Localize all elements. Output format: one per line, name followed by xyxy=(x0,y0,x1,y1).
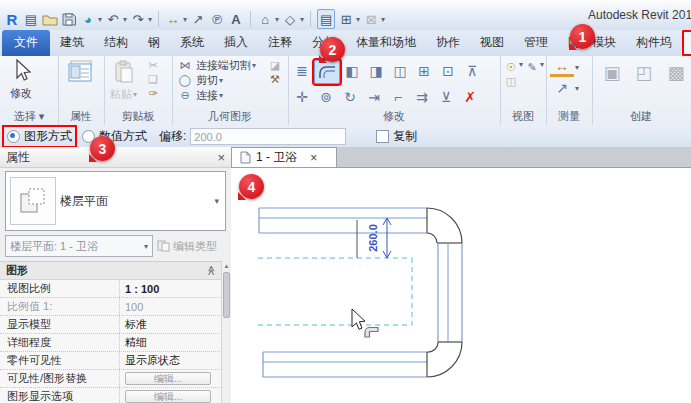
trim-corner-icon[interactable]: ⌐ xyxy=(386,86,410,108)
cut-geometry-button[interactable]: ◯ 剪切 ▾ xyxy=(176,73,256,88)
instance-combo[interactable]: 楼层平面: 1 - 卫浴 ▾ xyxy=(5,235,153,257)
cope-button[interactable]: ⋈ 连接端切割 ▾ xyxy=(176,58,256,73)
linework-icon[interactable]: ✎ xyxy=(523,60,541,74)
type-selector[interactable]: 楼层平面 ▾ xyxy=(5,171,226,231)
section-graphics[interactable]: 图形 ≪ xyxy=(0,262,222,280)
properties-close-icon[interactable]: × xyxy=(217,151,225,164)
visibility-graphics-edit-button[interactable]: 编辑... xyxy=(125,372,211,385)
measure-dropdown-icon[interactable]: ▾ xyxy=(575,63,579,72)
dimension-value[interactable]: 260.0 xyxy=(367,224,379,252)
tab-manage[interactable]: 管理 xyxy=(514,30,558,56)
offset-icon[interactable] xyxy=(314,60,340,84)
property-value[interactable]: 标准 xyxy=(119,316,222,333)
move-icon[interactable]: ✛ xyxy=(290,86,314,108)
paste-button[interactable]: 粘贴 ▾ xyxy=(110,60,137,102)
property-row[interactable]: 比例值 1: 100 xyxy=(0,298,222,316)
customize-qat-icon[interactable]: ▾ xyxy=(381,15,385,24)
cut-icon[interactable]: ✂ xyxy=(144,58,162,72)
graphic-mode-radio[interactable]: 图形方式 xyxy=(3,126,76,147)
numeric-mode-radio[interactable]: 数值方式 xyxy=(78,126,151,147)
project-icon[interactable]: ▤ xyxy=(23,10,39,28)
tab-steel[interactable]: 钢 xyxy=(138,30,170,56)
properties-toggle-button[interactable] xyxy=(68,60,94,85)
switch-windows-icon[interactable]: ⊞ xyxy=(338,10,354,28)
wall-corner-bottom-right[interactable] xyxy=(427,342,462,377)
wall-corner-top-right[interactable] xyxy=(427,208,462,243)
pin-icon[interactable]: ⊼ xyxy=(460,60,484,82)
tab-modify[interactable]: 修改 xyxy=(682,30,691,56)
thin-lines-icon[interactable]: ▤ xyxy=(317,9,335,29)
tab-massing-site[interactable]: 体量和场地 xyxy=(346,30,426,56)
tag-icon[interactable]: ℗ xyxy=(209,10,225,28)
text-icon[interactable]: A xyxy=(228,10,244,28)
linework-dropdown-icon[interactable]: ▾ xyxy=(540,60,544,74)
instance-combo-dropdown-icon[interactable]: ▾ xyxy=(144,242,148,251)
tab-insert[interactable]: 插入 xyxy=(214,30,258,56)
measure-between-dropdown-icon[interactable]: ▾ xyxy=(575,84,579,93)
trim-extend-icon[interactable]: ⇥ xyxy=(362,86,386,108)
property-row[interactable]: 视图比例 1 : 100 xyxy=(0,280,222,298)
tab-file[interactable]: 文件 xyxy=(2,30,50,56)
view-tab-close-icon[interactable]: × xyxy=(310,151,317,165)
join-geometry-button[interactable]: ⊖ 连接 ▾ xyxy=(176,88,256,103)
create-assembly-icon[interactable]: ▩ xyxy=(664,62,688,84)
default-3d-view-icon[interactable]: ⌂ xyxy=(257,10,273,28)
copy-checkbox-group[interactable]: 复制 xyxy=(372,126,421,147)
tab-annotate[interactable]: 注释 xyxy=(258,30,302,56)
scrollbar-thumb[interactable] xyxy=(223,272,230,318)
graphic-display-options-edit-button[interactable]: 编辑... xyxy=(125,390,211,403)
tab-collaborate[interactable]: 协作 xyxy=(426,30,470,56)
property-value[interactable]: 精细 xyxy=(119,334,222,351)
switch-windows-dropdown-icon[interactable]: ▾ xyxy=(356,15,360,24)
redo-icon[interactable]: ↷ xyxy=(130,10,146,28)
undo-dropdown-icon[interactable]: ▾ xyxy=(123,15,127,24)
redo-dropdown-icon[interactable]: ▾ xyxy=(148,15,152,24)
unpin-icon[interactable]: ⊻ xyxy=(434,86,458,108)
section-icon[interactable]: ◇ xyxy=(282,10,298,28)
wall-right[interactable] xyxy=(438,243,462,342)
3d-dropdown-icon[interactable]: ▾ xyxy=(275,15,279,24)
offset-value-input[interactable] xyxy=(190,128,346,145)
sync-icon[interactable]: ◕ xyxy=(80,10,96,28)
copy-to-clipboard-icon[interactable]: ❏ xyxy=(144,72,162,86)
section-collapse-icon[interactable]: ≪ xyxy=(205,265,216,275)
create-similar-icon[interactable]: ◰ xyxy=(632,62,656,84)
property-row[interactable]: 详细程度 精细 xyxy=(0,334,222,352)
align-icon[interactable]: ≣ xyxy=(290,60,314,82)
modify-select-button[interactable]: 修改 xyxy=(10,59,32,101)
split-face-icon[interactable]: ◪ xyxy=(266,58,284,72)
measure-ruler-icon[interactable]: ↔ xyxy=(550,58,574,77)
tab-architecture[interactable]: 建筑 xyxy=(50,30,94,56)
tab-view[interactable]: 视图 xyxy=(470,30,514,56)
align-edges-icon[interactable]: ⇉ xyxy=(410,86,434,108)
graphic-mode-radio-icon[interactable] xyxy=(7,130,20,143)
property-row[interactable]: 零件可见性 显示原状态 xyxy=(0,352,222,370)
create-group-icon[interactable]: ▣ xyxy=(600,62,624,84)
tab-structure[interactable]: 结构 xyxy=(94,30,138,56)
wall-bottom[interactable] xyxy=(263,352,427,377)
copy-icon[interactable]: ⊚ xyxy=(314,86,338,108)
property-row[interactable]: 可见性/图形替换 编辑... xyxy=(0,370,222,388)
rotate-icon[interactable]: ↻ xyxy=(338,86,362,108)
edit-type-button[interactable]: 编辑类型 xyxy=(157,239,217,254)
measure-icon[interactable]: ↗ xyxy=(190,10,206,28)
property-value[interactable]: 显示原状态 xyxy=(119,352,222,369)
property-row[interactable]: 图形显示选项 编辑... xyxy=(0,388,222,403)
lightbulb-icon[interactable]: ☉ xyxy=(502,60,520,74)
property-row[interactable]: 显示模型 标准 xyxy=(0,316,222,334)
split-element-icon[interactable]: ◫ xyxy=(388,60,412,82)
properties-header[interactable]: 属性 × xyxy=(0,147,231,168)
view-tab-1-weiyu[interactable]: 1 - 卫浴 × xyxy=(231,147,337,167)
type-selector-dropdown-icon[interactable]: ▾ xyxy=(214,196,219,206)
measure-between-icon[interactable]: ↗ xyxy=(550,77,574,99)
match-type-properties-icon[interactable]: ✑ xyxy=(144,86,162,100)
aligned-dimension-icon[interactable]: ↔ xyxy=(165,10,181,28)
delete-icon[interactable]: ✗ xyxy=(458,86,482,108)
section-dropdown-icon[interactable]: ▾ xyxy=(300,15,304,24)
scale-icon[interactable]: ⊡ xyxy=(436,60,460,82)
tab-systems[interactable]: 系统 xyxy=(170,30,214,56)
save-icon[interactable] xyxy=(61,10,77,28)
close-hidden-windows-icon[interactable]: ⊠ xyxy=(363,10,379,28)
tab-component-hub[interactable]: 构件坞 xyxy=(626,30,682,56)
scroll-up-icon[interactable]: ▲ xyxy=(222,261,231,271)
